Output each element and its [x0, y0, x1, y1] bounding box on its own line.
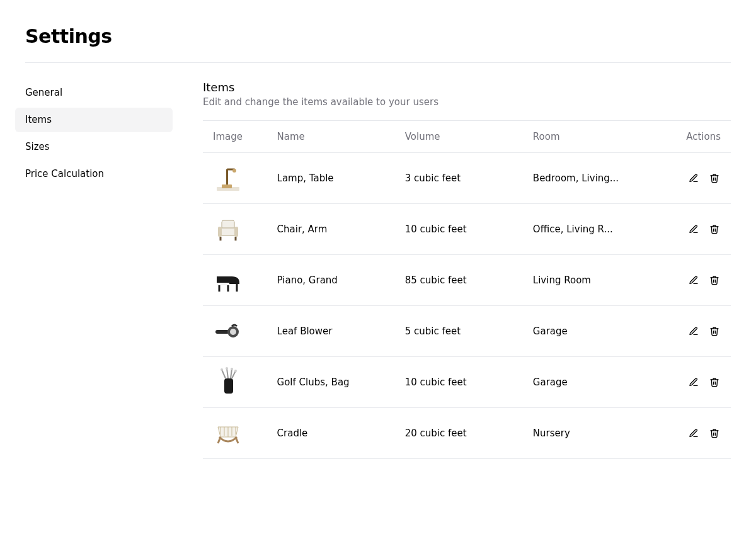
trash-icon — [709, 275, 719, 285]
item-name: Piano, Grand — [267, 255, 395, 306]
svg-rect-11 — [217, 283, 229, 285]
svg-rect-8 — [234, 227, 238, 237]
item-room: Garage — [523, 306, 651, 357]
delete-button[interactable] — [708, 376, 721, 389]
svg-line-22 — [232, 371, 236, 378]
trash-icon — [709, 428, 719, 438]
item-room: Bedroom, Living... — [523, 153, 651, 204]
edit-button[interactable] — [687, 274, 700, 287]
item-thumbnail — [213, 214, 243, 244]
svg-point-26 — [234, 370, 237, 372]
edit-icon — [689, 224, 699, 234]
table-row: Piano, Grand 85 cubic feet Living Room — [203, 255, 731, 306]
item-name: Leaf Blower — [267, 306, 395, 357]
svg-rect-15 — [215, 330, 229, 334]
column-header-room: Room — [523, 121, 651, 153]
armchair-icon — [213, 214, 243, 244]
column-header-actions: Actions — [651, 121, 731, 153]
delete-button[interactable] — [708, 274, 721, 287]
item-room: Garage — [523, 357, 651, 408]
item-volume: 20 cubic feet — [395, 408, 523, 459]
svg-rect-6 — [219, 228, 237, 235]
column-header-volume: Volume — [395, 121, 523, 153]
delete-button[interactable] — [708, 325, 721, 338]
section-subtitle: Edit and change the items available to y… — [203, 96, 731, 108]
item-room: Office, Living R... — [523, 204, 651, 255]
edit-button[interactable] — [687, 172, 700, 184]
svg-line-20 — [227, 368, 228, 378]
edit-button[interactable] — [687, 376, 700, 389]
item-thumbnail — [213, 367, 243, 397]
svg-rect-2 — [226, 169, 228, 184]
cradle-icon — [213, 418, 243, 448]
svg-rect-7 — [218, 227, 222, 237]
svg-point-24 — [226, 367, 228, 370]
item-volume: 10 cubic feet — [395, 204, 523, 255]
item-volume: 3 cubic feet — [395, 153, 523, 204]
column-header-name: Name — [267, 121, 395, 153]
edit-icon — [689, 377, 699, 387]
edit-icon — [689, 326, 699, 336]
item-name: Lamp, Table — [267, 153, 395, 204]
item-name: Cradle — [267, 408, 395, 459]
table-row: Golf Clubs, Bag 10 cubic feet Garage — [203, 357, 731, 408]
item-thumbnail — [213, 163, 243, 193]
svg-line-32 — [218, 437, 220, 443]
svg-line-33 — [236, 437, 238, 443]
svg-point-4 — [232, 169, 236, 173]
piano-icon — [213, 265, 243, 295]
item-volume: 5 cubic feet — [395, 306, 523, 357]
item-volume: 10 cubic feet — [395, 357, 523, 408]
edit-button[interactable] — [687, 223, 700, 235]
svg-rect-18 — [224, 378, 233, 394]
item-name: Golf Clubs, Bag — [267, 357, 395, 408]
settings-sidebar: General Items Sizes Price Calculation — [15, 81, 173, 459]
lamp-icon — [213, 163, 243, 193]
items-table: Image Name Volume Room Actions — [203, 120, 731, 459]
svg-rect-1 — [222, 184, 232, 188]
main-content: Items Edit and change the items availabl… — [203, 81, 731, 459]
item-thumbnail — [213, 265, 243, 295]
svg-point-25 — [231, 368, 233, 370]
item-volume: 85 cubic feet — [395, 255, 523, 306]
trash-icon — [709, 377, 719, 387]
edit-icon — [689, 275, 699, 285]
sidebar-item-general[interactable]: General — [15, 81, 173, 105]
svg-line-21 — [231, 369, 232, 378]
svg-point-17 — [230, 329, 236, 335]
page-title: Settings — [25, 25, 731, 47]
edit-button[interactable] — [687, 427, 700, 440]
item-name: Chair, Arm — [267, 204, 395, 255]
golf-bag-icon — [213, 367, 243, 397]
delete-button[interactable] — [708, 427, 721, 440]
item-thumbnail — [213, 418, 243, 448]
svg-point-23 — [220, 368, 223, 371]
table-row: Cradle 20 cubic feet Nursery — [203, 408, 731, 459]
item-thumbnail — [213, 316, 243, 346]
trash-icon — [709, 173, 719, 183]
edit-button[interactable] — [687, 325, 700, 338]
section-title: Items — [203, 81, 731, 94]
table-row: Leaf Blower 5 cubic feet Garage — [203, 306, 731, 357]
delete-button[interactable] — [708, 223, 721, 235]
sidebar-item-sizes[interactable]: Sizes — [15, 135, 173, 159]
leaf-blower-icon — [213, 316, 243, 346]
edit-icon — [689, 428, 699, 438]
trash-icon — [709, 224, 719, 234]
sidebar-item-items[interactable]: Items — [15, 108, 173, 132]
table-row: Chair, Arm 10 cubic feet Office, Living … — [203, 204, 731, 255]
trash-icon — [709, 326, 719, 336]
svg-line-19 — [222, 370, 226, 378]
column-header-image: Image — [203, 121, 267, 153]
edit-icon — [689, 173, 699, 183]
item-room: Nursery — [523, 408, 651, 459]
table-row: Lamp, Table 3 cubic feet Bedroom, Living… — [203, 153, 731, 204]
sidebar-item-price-calculation[interactable]: Price Calculation — [15, 162, 173, 186]
delete-button[interactable] — [708, 172, 721, 184]
item-room: Living Room — [523, 255, 651, 306]
